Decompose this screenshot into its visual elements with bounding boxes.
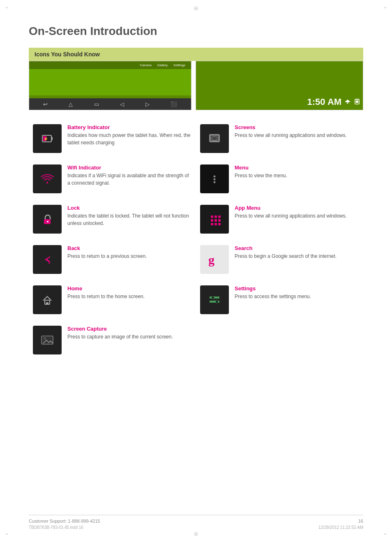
- search-info: Search Press to begin a Google search of…: [235, 245, 337, 260]
- icon-item-appmenu: App Menu Press to view all running appli…: [196, 199, 363, 239]
- screencapture-icon-thumb: [33, 326, 62, 354]
- svg-rect-21: [218, 219, 221, 222]
- settings-desc: Press to access the settings menu.: [235, 293, 311, 300]
- screens-desc: Press to view all running applications a…: [235, 132, 347, 139]
- top-center-mark: ⊕: [194, 5, 198, 12]
- recent-btn-icon: ▭: [94, 101, 99, 107]
- appmenu-label: App Menu: [235, 205, 347, 211]
- camera-btn-icon: ⬛: [171, 101, 177, 107]
- svg-rect-9: [212, 137, 217, 140]
- svg-rect-23: [214, 223, 217, 225]
- svg-point-32: [216, 301, 218, 303]
- svg-rect-18: [218, 215, 221, 218]
- icon-item-menu: Menu Press to view the menu.: [196, 159, 363, 199]
- page-title: On-Screen Introduction: [29, 25, 363, 38]
- corner-mark-tr: +: [384, 6, 386, 10]
- svg-point-31: [212, 296, 214, 299]
- svg-rect-20: [214, 219, 217, 222]
- icons-grid: ⚡ Battery Indicator Indicates how much p…: [29, 118, 363, 360]
- wifi-icon-thumb: [33, 164, 62, 193]
- lock-info: Lock Indicates the tablet is locked. The…: [67, 205, 192, 227]
- icon-item-lock: Lock Indicates the tablet is locked. The…: [29, 199, 196, 239]
- battery-label: Battery Indicator: [67, 124, 192, 130]
- back-info: Back Press to return to a previous scree…: [67, 245, 147, 260]
- svg-point-0: [347, 102, 348, 104]
- menu-desc: Press to view the menu.: [235, 172, 287, 179]
- appmenu-icon-thumb: [200, 205, 229, 234]
- home-icon-thumb: [33, 285, 62, 314]
- icon-item-wifi: Wifi Indicator Indicates if a WiFi signa…: [29, 159, 196, 199]
- screens-info: Screens Press to view all running applic…: [235, 124, 347, 139]
- svg-rect-2: [356, 101, 358, 103]
- svg-text:⚡: ⚡: [44, 137, 48, 141]
- corner-mark-bl: +: [6, 532, 8, 536]
- menu-icon-thumb: [200, 164, 229, 193]
- icon-item-battery: ⚡ Battery Indicator Indicates how much p…: [29, 118, 196, 159]
- appmenu-info: App Menu Press to view all running appli…: [235, 205, 347, 220]
- page-content: On-Screen Introduction Icons You Should …: [0, 0, 392, 377]
- icon-item-screens: Screens Press to view all running applic…: [196, 118, 363, 159]
- icon-item-home: Home Press to return to the home screen.: [29, 280, 196, 320]
- appmenu-desc: Press to view all running applications a…: [235, 212, 347, 220]
- meta-right: 12/28/2012 11:22:52 AM: [318, 525, 363, 530]
- section-header: Icons You Should Know: [29, 48, 363, 61]
- back-desc: Press to return to a previous screen.: [67, 252, 147, 260]
- battery-info: Battery Indicator Indicates how much pow…: [67, 124, 192, 146]
- menu-label: Menu: [235, 164, 287, 171]
- search-desc: Press to begin a Google search of the in…: [235, 252, 337, 260]
- vol-up-icon: ▷: [145, 101, 150, 107]
- wifi-desc: Indicates if a WiFi signal is available …: [67, 172, 192, 187]
- settings-label: Settings: [235, 285, 311, 292]
- svg-text:g: g: [208, 253, 214, 266]
- tabs-bar: Camera Gallery Settings: [29, 61, 191, 69]
- battery-icon-thumb: ⚡: [33, 124, 62, 153]
- icon-item-back: Back Press to return to a previous scree…: [29, 239, 196, 280]
- wifi-info: Wifi Indicator Indicates if a WiFi signa…: [67, 164, 192, 187]
- svg-rect-29: [210, 296, 219, 299]
- back-label: Back: [67, 245, 147, 251]
- svg-point-13: [214, 181, 216, 183]
- battery-desc: Indicates how much power the tablet has.…: [67, 132, 192, 146]
- corner-mark-tl: +: [6, 6, 8, 10]
- meta-left: TBDB763B-783-01-IB.indd 16: [29, 525, 100, 530]
- home-desc: Press to return to the home screen.: [67, 293, 145, 300]
- time-text: 1:50 AM: [307, 97, 342, 107]
- screencapture-label: Screen Capture: [67, 326, 173, 332]
- settings-icon-thumb: [200, 285, 229, 314]
- svg-rect-19: [211, 219, 213, 222]
- svg-rect-16: [211, 215, 213, 218]
- svg-point-10: [46, 182, 48, 183]
- svg-point-15: [47, 221, 48, 222]
- menu-info: Menu Press to view the menu.: [235, 164, 287, 179]
- svg-rect-24: [218, 223, 221, 225]
- lock-desc: Indicates the tablet is locked. The tabl…: [67, 212, 192, 227]
- time-display: 1:50 AM: [307, 97, 360, 107]
- screencapture-info: Screen Capture Press to capture an image…: [67, 326, 173, 340]
- bottom-nav-bar: ↩ △ ▭ ◁ ▷ ⬛: [29, 98, 191, 110]
- footer-right: 16 12/28/2012 11:22:52 AM: [318, 519, 363, 530]
- svg-rect-28: [46, 302, 48, 304]
- device-screen-right: 1:50 AM: [196, 61, 363, 110]
- tab-camera: Camera: [137, 63, 154, 67]
- svg-point-12: [214, 178, 216, 181]
- svg-rect-17: [214, 215, 217, 218]
- status-icons: [344, 99, 360, 106]
- footer-left: Customer Support: 1-888-999-4215 TBDB763…: [29, 519, 100, 530]
- tab-settings: Settings: [171, 63, 188, 67]
- svg-point-34: [44, 337, 46, 340]
- back-icon-thumb: [33, 245, 62, 274]
- icon-item-screencapture: Screen Capture Press to capture an image…: [29, 320, 196, 360]
- bottom-center-mark: ⊕: [194, 530, 198, 537]
- icon-item-search: g Search Press to begin a Google search …: [196, 239, 363, 280]
- corner-mark-br: +: [384, 532, 386, 536]
- back-btn-icon: ↩: [43, 101, 48, 107]
- screens-icon-thumb: [200, 124, 229, 153]
- device-screen-left: Camera Gallery Settings ↩ △ ▭ ◁ ▷ ⬛: [29, 61, 191, 110]
- wifi-label: Wifi Indicator: [67, 164, 192, 171]
- tab-gallery: Gallery: [155, 63, 170, 67]
- lock-icon-thumb: [33, 205, 62, 234]
- search-label: Search: [235, 245, 337, 251]
- svg-point-11: [214, 176, 216, 178]
- search-icon-thumb: g: [200, 245, 229, 274]
- screens-label: Screens: [235, 124, 347, 130]
